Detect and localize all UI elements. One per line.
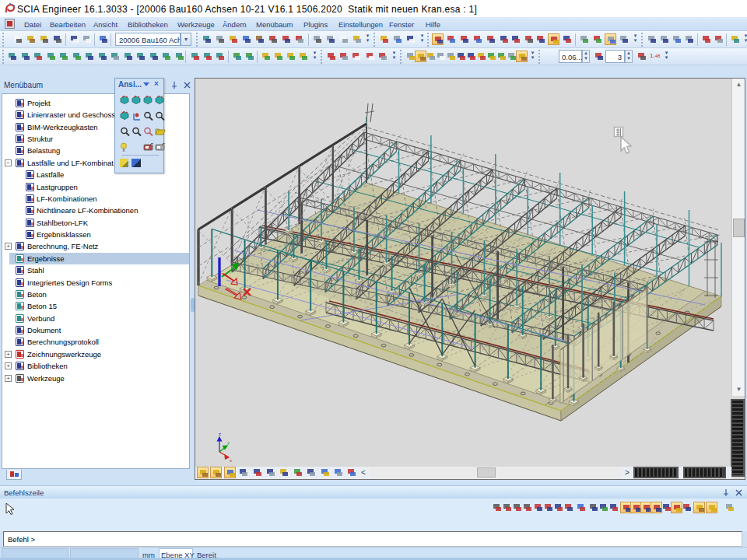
svg-text:x: x [230, 458, 232, 463]
svg-text:y: y [227, 440, 230, 445]
svg-text:z: z [219, 432, 221, 436]
